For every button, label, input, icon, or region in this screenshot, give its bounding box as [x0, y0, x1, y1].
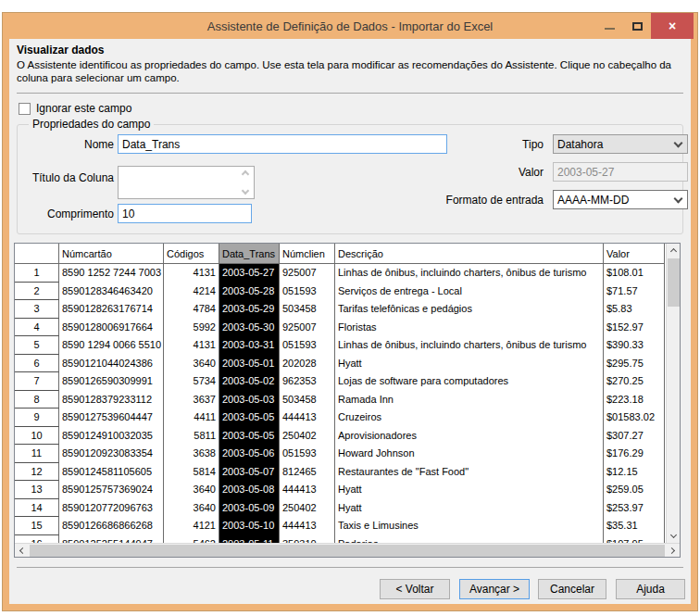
column-header-Númclien[interactable]: Númclien — [280, 244, 335, 264]
input-format-dropdown[interactable]: AAAA-MM-DD — [553, 190, 688, 209]
table-cell: 8590128263176714 — [59, 300, 164, 319]
table-cell: Linhas de ônibus, incluindo charters, ôn… — [335, 264, 604, 283]
table-cell: 2003-03-31 — [219, 336, 280, 355]
column-header-Códigos[interactable]: Códigos — [164, 244, 219, 264]
scroll-left-button[interactable] — [15, 544, 29, 558]
table-cell: Tarifas telefônicas e pedágios — [335, 300, 604, 319]
table-cell: Howard Johnson — [335, 445, 604, 463]
input-format-value: AAAA-MM-DD — [557, 194, 675, 207]
table-cell: 8590125757369024 — [59, 481, 164, 499]
column-header-Descrição[interactable]: Descrição — [335, 244, 604, 264]
table-cell: 2003-05-30 — [219, 319, 280, 337]
length-input[interactable] — [118, 204, 252, 223]
name-label: Nome — [21, 138, 114, 151]
window-controls: × — [595, 13, 694, 39]
row-number-cell: 1 — [15, 264, 59, 283]
close-button[interactable]: × — [651, 13, 694, 39]
table-cell: 2003-05-05 — [219, 427, 280, 446]
table-cell: 4121 — [164, 517, 219, 535]
back-button[interactable]: < Voltar — [380, 579, 450, 599]
table-row: 6859012104402438636402003-05-01202028Hya… — [15, 355, 666, 373]
table-cell: Linhas de ônibus, incluindo charters, ôn… — [335, 336, 604, 355]
table-cell: 2003-05-27 — [219, 264, 280, 283]
table-row: 10859012491003203558112003-05-05250402Ap… — [15, 427, 666, 446]
table-cell: 2003-05-07 — [219, 463, 280, 482]
next-button[interactable]: Avançar > — [459, 579, 530, 599]
table-cell: 4131 — [164, 264, 219, 283]
table-cell: Lojas de software para computadores — [335, 372, 604, 391]
vertical-scrollbar-thumb[interactable] — [668, 258, 680, 307]
type-dropdown[interactable]: Datahora — [553, 134, 688, 154]
value-label: Valor — [451, 166, 544, 179]
table-cell: 4131 — [164, 336, 219, 355]
table-cell: $390.33 — [604, 336, 665, 355]
data-preview-table: NúmcartãoCódigosData_TransNúmclienDescri… — [14, 243, 681, 558]
column-header-rownum[interactable] — [15, 244, 59, 264]
window-title: Assistente de Definição de Dados - Impor… — [3, 13, 697, 39]
type-label: Tipo — [451, 138, 544, 151]
column-title-label: Título da Coluna — [21, 171, 114, 184]
horizontal-scrollbar[interactable] — [15, 543, 680, 557]
table-cell: 2003-05-05 — [219, 409, 280, 427]
table-cell: 8590127539604447 — [59, 409, 164, 427]
row-number-cell: 11 — [15, 445, 59, 463]
titlebar: Assistente de Definição de Dados - Impor… — [3, 13, 697, 39]
row-number-cell: 13 — [15, 481, 59, 499]
name-input[interactable] — [118, 134, 447, 154]
ignore-field-checkbox[interactable] — [19, 103, 31, 115]
table-main: NúmcartãoCódigosData_TransNúmclienDescri… — [15, 244, 680, 543]
table-cell: Taxis e Limusines — [335, 517, 604, 535]
table-cell: 4411 — [164, 409, 219, 427]
table-cell: Cruzeiros — [335, 409, 604, 427]
table-cell: 8590 1252 7244 7003 — [59, 264, 164, 283]
table-row: 11859012092308335436382003-05-06051593Ho… — [15, 445, 666, 463]
table-row: 12859012458110560558142003-05-07812465Re… — [15, 463, 666, 482]
table-cell: 051593 — [280, 445, 335, 463]
scroll-right-button[interactable] — [666, 544, 680, 558]
horizontal-scrollbar-thumb[interactable] — [30, 545, 665, 557]
minimize-button[interactable] — [595, 13, 623, 39]
table-cell: 8590124581105605 — [59, 463, 164, 482]
table-cell: 8590120923083354 — [59, 445, 164, 463]
table-cell: $5.83 — [604, 300, 665, 319]
table-row: 2859012834646342042142003-05-28051593Ser… — [15, 283, 666, 301]
table-cell: 8590126686866268 — [59, 517, 164, 535]
table-cell: 5811 — [164, 427, 219, 446]
table-cell: 2003-05-29 — [219, 300, 280, 319]
table-cell: $270.25 — [604, 372, 665, 391]
page-description: O Assistente identificou as propriedades… — [17, 58, 681, 84]
table-cell: 925007 — [280, 319, 335, 337]
table-cell: 3640 — [164, 355, 219, 373]
maximize-button[interactable] — [623, 13, 651, 39]
table-cell: 2003-05-08 — [219, 481, 280, 499]
column-header-Data_Trans[interactable]: Data_Trans — [219, 244, 280, 264]
table-cell: 3638 — [164, 445, 219, 463]
row-number-cell: 8 — [15, 391, 59, 409]
column-header-Númcartão[interactable]: Númcartão — [59, 244, 164, 264]
help-button[interactable]: Ajuda — [616, 579, 685, 599]
row-number-cell: 5 — [15, 336, 59, 355]
table-cell: 503458 — [280, 391, 335, 409]
vertical-scrollbar[interactable] — [666, 244, 680, 543]
spinner — [239, 169, 252, 196]
chevron-down-icon — [674, 138, 683, 147]
column-header-Valor[interactable]: Valor — [604, 244, 665, 264]
value-field — [553, 162, 688, 182]
table-cell: 2003-05-03 — [219, 391, 280, 409]
table-cell: 051593 — [280, 336, 335, 355]
cancel-button[interactable]: Cancelar — [538, 579, 606, 599]
table-cell: 925007 — [280, 264, 335, 283]
table-cell: 250402 — [280, 499, 335, 518]
row-number-cell: 16 — [15, 535, 59, 544]
scroll-down-button[interactable] — [667, 529, 681, 543]
table-cell: 8590126590309991 — [59, 372, 164, 391]
chevron-down-icon[interactable] — [242, 187, 249, 195]
chevron-up-icon[interactable] — [242, 170, 249, 178]
scroll-up-button[interactable] — [667, 244, 681, 258]
column-title-input[interactable] — [118, 166, 255, 199]
field-properties-group: Propriedades do campo Nome Título da Col… — [17, 124, 683, 234]
chevron-down-icon — [669, 532, 676, 538]
table-cell: 2003-05-10 — [219, 517, 280, 535]
table-cell: 2003-05-28 — [219, 283, 280, 301]
table-cell: $223.18 — [604, 391, 665, 409]
